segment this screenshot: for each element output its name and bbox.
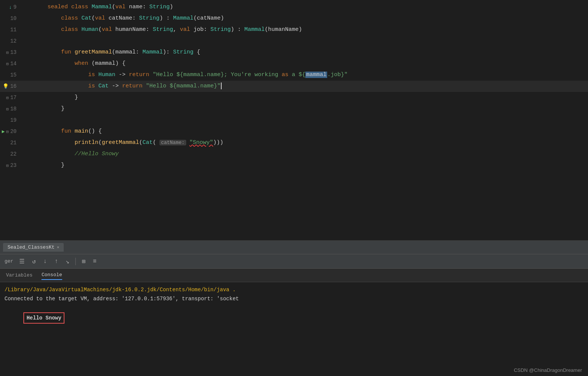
line-number-12: 12 <box>0 38 23 44</box>
console-content[interactable]: /Library/Java/JavaVirtualMachines/jdk-16… <box>0 282 588 376</box>
fold-icon-17: ⊟ <box>6 95 9 100</box>
code-line-23: ⊟ 23 } <box>0 160 588 171</box>
tab-sealed-classes[interactable]: Sealed_ClassesKt × <box>3 243 64 252</box>
line-number-15: 15 <box>0 72 23 78</box>
bottom-panel: Sealed_ClassesKt × ger ☰ ↺ ↓ ↑ ↘ ⊞ ≡ Var… <box>0 240 588 376</box>
run-icon-20[interactable]: ▶ <box>2 128 5 135</box>
fold-icon-20: ⊟ <box>6 129 9 134</box>
table-icon[interactable]: ⊞ <box>80 257 87 266</box>
tab-console[interactable]: Console <box>41 271 62 280</box>
fold-icon-18: ⊟ <box>6 107 9 112</box>
bulb-icon-16[interactable]: 💡 <box>3 83 9 89</box>
line-number-17: ⊟ 17 <box>0 95 23 101</box>
line-number-21: 21 <box>0 140 23 146</box>
hamburger-icon[interactable]: ☰ <box>18 257 26 266</box>
step-icon[interactable]: ↘ <box>64 257 71 266</box>
code-line-11: 11 class Human(val humanName: String, va… <box>0 24 588 35</box>
code-content-23: } <box>23 148 588 182</box>
download-icon[interactable]: ↓ <box>42 257 49 266</box>
console-line-3: Hello Snowy <box>5 303 583 333</box>
console-line-2: Connected to the target VM, address: '12… <box>5 294 583 303</box>
upload-icon[interactable]: ↑ <box>53 257 60 266</box>
line-number-14: ⊟ 14 <box>0 61 23 67</box>
toolbar-divider-1 <box>75 258 76 265</box>
line-number-11: 11 <box>0 27 23 33</box>
tab-label: Sealed_ClassesKt <box>8 245 55 250</box>
code-line-18: ⊟ 18 } <box>0 103 588 115</box>
hello-snowy-output: Hello Snowy <box>23 312 64 324</box>
line-number-23: ⊟ 23 <box>0 162 23 168</box>
console-line-1: /Library/Java/JavaVirtualMachines/jdk-16… <box>5 285 583 294</box>
fold-icon-13: ⊟ <box>6 50 9 55</box>
fold-icon-14: ⊟ <box>6 61 9 66</box>
rerun-icon[interactable]: ↺ <box>31 257 37 266</box>
line-number-22: 22 <box>0 151 23 157</box>
arrow-icon-9: ↓ <box>9 5 12 10</box>
panel-tabs: Variables Console <box>0 269 588 282</box>
line-number-9: ↓ 9 <box>0 4 23 10</box>
tab-close-button[interactable]: × <box>57 245 60 250</box>
fold-icon-23: ⊟ <box>6 163 9 168</box>
line-number-10: 10 <box>0 15 23 21</box>
settings-icon[interactable]: ≡ <box>92 257 98 266</box>
code-editor: ↓ 9 sealed class Mammal(val name: String… <box>0 0 588 240</box>
watermark: CSDN @ChinaDragonDreamer <box>514 367 582 373</box>
tab-variables[interactable]: Variables <box>6 271 32 280</box>
line-number-19: 19 <box>0 117 23 123</box>
debug-toolbar: ger ☰ ↺ ↓ ↑ ↘ ⊞ ≡ <box>0 254 588 269</box>
line-number-18: ⊟ 18 <box>0 106 23 112</box>
line-number-20: ▶ ⊟ 20 <box>0 128 23 135</box>
tab-bar: Sealed_ClassesKt × <box>0 241 588 254</box>
line-number-16: 💡 16 <box>0 83 23 89</box>
toolbar-label: ger <box>5 258 13 264</box>
line-number-13: ⊟ 13 <box>0 49 23 55</box>
